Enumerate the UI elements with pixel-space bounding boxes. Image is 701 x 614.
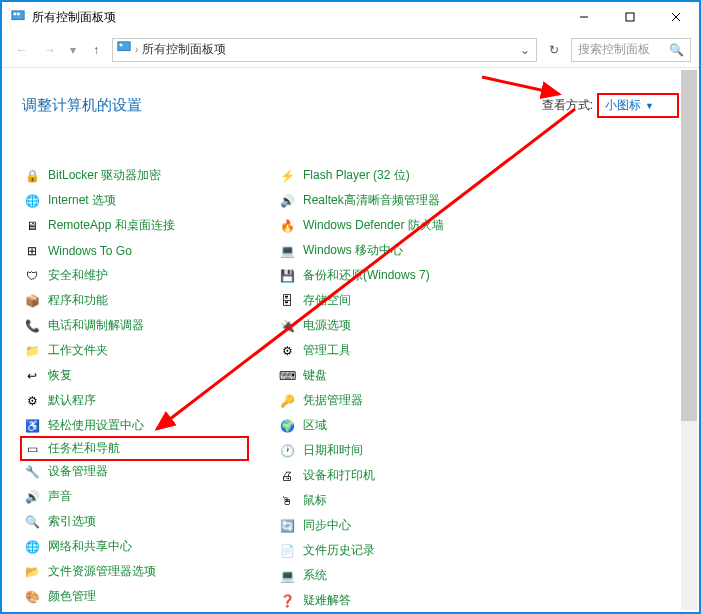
maximize-button[interactable] bbox=[607, 2, 653, 32]
region-icon: 🌍 bbox=[279, 418, 295, 434]
control-panel-item[interactable]: ⚙管理工具 bbox=[277, 338, 502, 363]
control-panel-item[interactable]: ▭任务栏和导航 bbox=[20, 436, 249, 461]
item-label: 索引选项 bbox=[48, 513, 96, 530]
control-panel-item[interactable]: 🔍索引选项 bbox=[22, 509, 247, 534]
control-panel-item[interactable]: 🖥RemoteApp 和桌面连接 bbox=[22, 213, 247, 238]
svg-rect-2 bbox=[17, 13, 20, 16]
remoteapp-icon: 🖥 bbox=[24, 218, 40, 234]
color-management-icon: 🎨 bbox=[24, 589, 40, 605]
control-panel-item[interactable]: ❓疑难解答 bbox=[277, 588, 502, 612]
address-dropdown-icon[interactable]: ⌄ bbox=[518, 43, 532, 57]
item-label: Windows To Go bbox=[48, 244, 132, 258]
device-manager-icon: 🔧 bbox=[24, 464, 40, 480]
search-icon: 🔍 bbox=[669, 43, 684, 57]
control-panel-item[interactable]: 🎨颜色管理 bbox=[22, 584, 247, 609]
control-panel-item[interactable]: 🔒BitLocker 驱动器加密 bbox=[22, 163, 247, 188]
history-dropdown[interactable]: ▾ bbox=[66, 38, 80, 62]
item-label: 电话和调制解调器 bbox=[48, 317, 144, 334]
ease-of-access-icon: ♿ bbox=[24, 418, 40, 434]
control-panel-item[interactable]: 🔊声音 bbox=[22, 484, 247, 509]
network-sharing-icon: 🌐 bbox=[24, 539, 40, 555]
security-icon: 🛡 bbox=[24, 268, 40, 284]
close-button[interactable] bbox=[653, 2, 699, 32]
control-panel-item[interactable]: ♿轻松使用设置中心 bbox=[22, 413, 247, 438]
control-panel-item[interactable]: ↩恢复 bbox=[22, 363, 247, 388]
control-panel-item[interactable]: 🌐网络和共享中心 bbox=[22, 534, 247, 559]
chevron-down-icon: ▼ bbox=[645, 101, 654, 111]
items-column-1: 🔒BitLocker 驱动器加密🌐Internet 选项🖥RemoteApp 和… bbox=[22, 163, 247, 612]
system-icon: 💻 bbox=[279, 568, 295, 584]
phone-modem-icon: 📞 bbox=[24, 318, 40, 334]
control-panel-item[interactable]: 🕐日期和时间 bbox=[277, 438, 502, 463]
control-panel-item[interactable]: 💾备份和还原(Windows 7) bbox=[277, 263, 502, 288]
control-panel-item[interactable]: 🔄同步中心 bbox=[277, 513, 502, 538]
programs-icon: 📦 bbox=[24, 293, 40, 309]
item-label: 设备和打印机 bbox=[303, 467, 375, 484]
minimize-button[interactable] bbox=[561, 2, 607, 32]
control-panel-item[interactable]: 📄文件历史记录 bbox=[277, 538, 502, 563]
control-panel-item[interactable]: 💻Windows 移动中心 bbox=[277, 238, 502, 263]
scrollbar[interactable] bbox=[681, 70, 697, 610]
titlebar: 所有控制面板项 bbox=[2, 2, 699, 32]
control-panel-item[interactable]: ⚡Flash Player (32 位) bbox=[277, 163, 502, 188]
control-panel-item[interactable]: 🔧设备管理器 bbox=[22, 459, 247, 484]
control-panel-item[interactable]: 🔌电源选项 bbox=[277, 313, 502, 338]
control-panel-item[interactable]: 📞电话和调制解调器 bbox=[22, 313, 247, 338]
item-label: 键盘 bbox=[303, 367, 327, 384]
control-panel-item[interactable]: 📁工作文件夹 bbox=[22, 338, 247, 363]
control-panel-item[interactable]: ⊞Windows To Go bbox=[22, 238, 247, 263]
control-panel-item[interactable]: 🖱鼠标 bbox=[277, 488, 502, 513]
control-panel-item[interactable]: 💻系统 bbox=[277, 563, 502, 588]
breadcrumb[interactable]: 所有控制面板项 bbox=[142, 41, 226, 58]
windows-to-go-icon: ⊞ bbox=[24, 243, 40, 259]
control-panel-item[interactable]: ⚙默认程序 bbox=[22, 388, 247, 413]
control-panel-item[interactable]: 🌍区域 bbox=[277, 413, 502, 438]
control-panel-item[interactable]: 🔑凭据管理器 bbox=[277, 388, 502, 413]
control-panel-icon bbox=[117, 41, 131, 58]
item-label: RemoteApp 和桌面连接 bbox=[48, 217, 175, 234]
svg-rect-8 bbox=[120, 44, 123, 47]
item-label: Realtek高清晰音频管理器 bbox=[303, 192, 440, 209]
back-button[interactable]: ← bbox=[10, 38, 34, 62]
internet-icon: 🌐 bbox=[24, 193, 40, 209]
item-label: Windows Defender 防火墙 bbox=[303, 217, 444, 234]
flash-icon: ⚡ bbox=[279, 168, 295, 184]
item-label: 设备管理器 bbox=[48, 463, 108, 480]
control-panel-item[interactable]: 🗄存储空间 bbox=[277, 288, 502, 313]
search-input[interactable]: 搜索控制面板 🔍 bbox=[571, 38, 691, 62]
item-label: 声音 bbox=[48, 488, 72, 505]
scrollbar-thumb[interactable] bbox=[681, 70, 697, 421]
mouse-icon: 🖱 bbox=[279, 493, 295, 509]
control-panel-item[interactable]: 🔊Realtek高清晰音频管理器 bbox=[277, 188, 502, 213]
item-label: 轻松使用设置中心 bbox=[48, 417, 144, 434]
forward-button[interactable]: → bbox=[38, 38, 62, 62]
devices-printers-icon: 🖨 bbox=[279, 468, 295, 484]
bitlocker-icon: 🔒 bbox=[24, 168, 40, 184]
control-panel-item[interactable]: 🛡安全和维护 bbox=[22, 263, 247, 288]
power-options-icon: 🔌 bbox=[279, 318, 295, 334]
item-label: 备份和还原(Windows 7) bbox=[303, 267, 430, 284]
file-explorer-options-icon: 📂 bbox=[24, 564, 40, 580]
item-label: 系统 bbox=[303, 567, 327, 584]
control-panel-item[interactable]: 🔥Windows Defender 防火墙 bbox=[277, 213, 502, 238]
item-label: Windows 移动中心 bbox=[303, 242, 403, 259]
control-panel-item[interactable]: 📂文件资源管理器选项 bbox=[22, 559, 247, 584]
item-label: 凭据管理器 bbox=[303, 392, 363, 409]
refresh-button[interactable]: ↻ bbox=[541, 38, 567, 62]
control-panel-item[interactable]: 📦程序和功能 bbox=[22, 288, 247, 313]
breadcrumb-sep: › bbox=[135, 44, 138, 55]
address-bar[interactable]: › 所有控制面板项 ⌄ bbox=[112, 38, 537, 62]
item-label: 疑难解答 bbox=[303, 592, 351, 609]
view-by-picker[interactable]: 小图标 ▼ bbox=[597, 93, 679, 118]
item-label: 文件资源管理器选项 bbox=[48, 563, 156, 580]
svg-rect-4 bbox=[626, 13, 634, 21]
item-label: 颜色管理 bbox=[48, 588, 96, 605]
up-button[interactable]: ↑ bbox=[84, 38, 108, 62]
indexing-icon: 🔍 bbox=[24, 514, 40, 530]
control-panel-item[interactable]: ⌨键盘 bbox=[277, 363, 502, 388]
troubleshooting-icon: ❓ bbox=[279, 593, 295, 609]
keyboard-icon: ⌨ bbox=[279, 368, 295, 384]
control-panel-item[interactable]: 🌐Internet 选项 bbox=[22, 188, 247, 213]
recovery-icon: ↩ bbox=[24, 368, 40, 384]
control-panel-item[interactable]: 🖨设备和打印机 bbox=[277, 463, 502, 488]
